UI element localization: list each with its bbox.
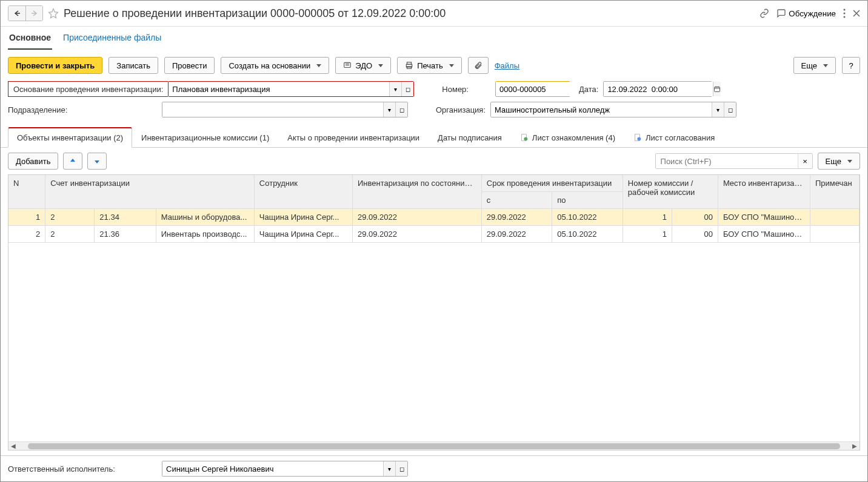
add-button[interactable]: Добавить — [8, 153, 58, 170]
date-input[interactable] — [604, 82, 713, 96]
col-period[interactable]: Срок проведения инвентаризации — [481, 175, 623, 192]
close-button[interactable] — [853, 10, 860, 17]
table-wrap: N Счет инвентаризации Сотрудник Инвентар… — [8, 174, 860, 451]
responsible-open-button[interactable]: ◻ — [395, 461, 407, 476]
col-account[interactable]: Счет инвентаризации — [45, 175, 255, 209]
page-title: Решение о проведении инвентаризации 0000… — [64, 7, 755, 20]
post-button[interactable]: Провести — [164, 57, 215, 74]
sheet-blue-icon — [633, 133, 642, 142]
titlebar: Решение о проведении инвентаризации 0000… — [1, 1, 867, 27]
post-and-close-button[interactable]: Провести и закрыть — [8, 57, 102, 74]
form-rows: Основание проведения инвентаризации: ▾ ◻… — [1, 79, 867, 127]
col-from[interactable]: с — [481, 192, 552, 209]
toolbar: Провести и закрыть Записать Провести Соз… — [1, 50, 867, 79]
table-row[interactable]: 1 2 21.34 Машины и оборудова... Чащина И… — [8, 209, 860, 226]
discussion-label: Обсуждение — [789, 9, 836, 18]
kebab-menu[interactable] — [843, 8, 846, 18]
org-label: Организация: — [436, 105, 486, 114]
more-button[interactable]: Еще — [793, 57, 836, 74]
files-link[interactable]: Файлы — [495, 61, 519, 70]
number-input-group — [495, 81, 570, 97]
responsible-input[interactable] — [162, 461, 383, 476]
table-row[interactable]: 2 2 21.36 Инвентарь производс... Чащина … — [8, 226, 860, 243]
tab-sign-dates[interactable]: Даты подписания — [429, 127, 511, 147]
basis-dropdown-button[interactable]: ▾ — [389, 82, 401, 96]
date-input-group — [603, 81, 712, 97]
create-based-button[interactable]: Создать на основании — [221, 57, 329, 74]
link-icon[interactable] — [760, 8, 769, 18]
basis-label: Основание проведения инвентаризации: — [8, 81, 168, 97]
attach-button[interactable] — [468, 57, 489, 74]
responsible-dropdown-button[interactable]: ▾ — [383, 461, 395, 476]
window: Решение о проведении инвентаризации 0000… — [0, 0, 868, 482]
move-down-button[interactable] — [87, 153, 107, 170]
print-button[interactable]: Печать — [397, 57, 462, 74]
svg-rect-7 — [715, 87, 720, 92]
svg-point-1 — [844, 13, 846, 15]
tab-approval-sheet[interactable]: Лист согласования — [624, 127, 724, 147]
org-dropdown-button[interactable]: ▾ — [712, 102, 724, 117]
col-to[interactable]: по — [552, 192, 623, 209]
svg-point-2 — [844, 16, 846, 18]
division-dropdown-button[interactable]: ▾ — [383, 102, 395, 117]
division-label: Подразделение: — [8, 105, 157, 114]
tab-commissions[interactable]: Инвентаризационные комиссии (1) — [132, 127, 278, 147]
svg-point-11 — [637, 137, 641, 140]
col-place[interactable]: Место инвентаризации — [718, 175, 810, 209]
footer: Ответственный исполнитель: ▾ ◻ — [1, 455, 867, 481]
section-tabs: Основное Присоединенные файлы — [1, 27, 867, 50]
tab-acts[interactable]: Акты о проведении инвентаризации — [278, 127, 429, 147]
star-icon[interactable] — [48, 8, 59, 19]
edo-button[interactable]: ЭДО — [335, 57, 391, 74]
save-button[interactable]: Записать — [109, 57, 158, 74]
sub-more-button[interactable]: Еще — [818, 153, 860, 170]
search-clear-button[interactable]: × — [798, 154, 812, 168]
date-label: Дата: — [579, 85, 598, 94]
help-button[interactable]: ? — [842, 57, 860, 74]
svg-point-0 — [844, 9, 846, 11]
responsible-label: Ответственный исполнитель: — [8, 464, 157, 474]
basis-input[interactable] — [169, 82, 389, 96]
org-input[interactable] — [491, 102, 712, 117]
subtoolbar: Добавить × Еще — [1, 148, 867, 174]
section-tab-attached[interactable]: Присоединенные файлы — [62, 27, 162, 50]
col-employee[interactable]: Сотрудник — [254, 175, 352, 209]
col-asof[interactable]: Инвентаризация по состоянию на — [352, 175, 481, 209]
responsible-input-group: ▾ ◻ — [162, 461, 408, 477]
col-commission[interactable]: Номер комиссии / рабочей комиссии — [623, 175, 718, 209]
svg-point-9 — [524, 137, 527, 140]
col-note[interactable]: Примечан — [810, 175, 859, 209]
objects-table: N Счет инвентаризации Сотрудник Инвентар… — [8, 175, 860, 243]
horizontal-scrollbar[interactable]: ◀▶ — [8, 441, 860, 450]
division-input-group: ▾ ◻ — [162, 102, 408, 117]
number-label: Номер: — [442, 85, 469, 94]
search-input[interactable] — [656, 154, 798, 168]
basis-input-group: ▾ ◻ — [168, 81, 414, 97]
col-n[interactable]: N — [8, 175, 45, 209]
section-tab-main[interactable]: Основное — [8, 27, 52, 50]
org-open-button[interactable]: ◻ — [724, 102, 736, 117]
tabs-row: Объекты инвентаризации (2) Инвентаризаци… — [1, 127, 867, 148]
move-up-button[interactable] — [63, 153, 82, 170]
back-button[interactable] — [8, 6, 25, 21]
org-input-group: ▾ ◻ — [490, 102, 736, 117]
title-actions: Обсуждение — [760, 8, 860, 18]
date-picker-button[interactable] — [713, 82, 721, 96]
tab-objects[interactable]: Объекты инвентаризации (2) — [8, 127, 132, 148]
forward-button[interactable] — [25, 6, 42, 21]
nav-buttons — [8, 5, 43, 21]
discussion-button[interactable]: Обсуждение — [776, 8, 836, 18]
division-input[interactable] — [162, 102, 383, 117]
tab-ack-sheet[interactable]: Лист ознакомления (4) — [511, 127, 624, 147]
search-box: × — [655, 153, 813, 169]
sheet-green-icon — [520, 133, 529, 142]
basis-open-button[interactable]: ◻ — [401, 82, 413, 96]
division-open-button[interactable]: ◻ — [395, 102, 407, 117]
